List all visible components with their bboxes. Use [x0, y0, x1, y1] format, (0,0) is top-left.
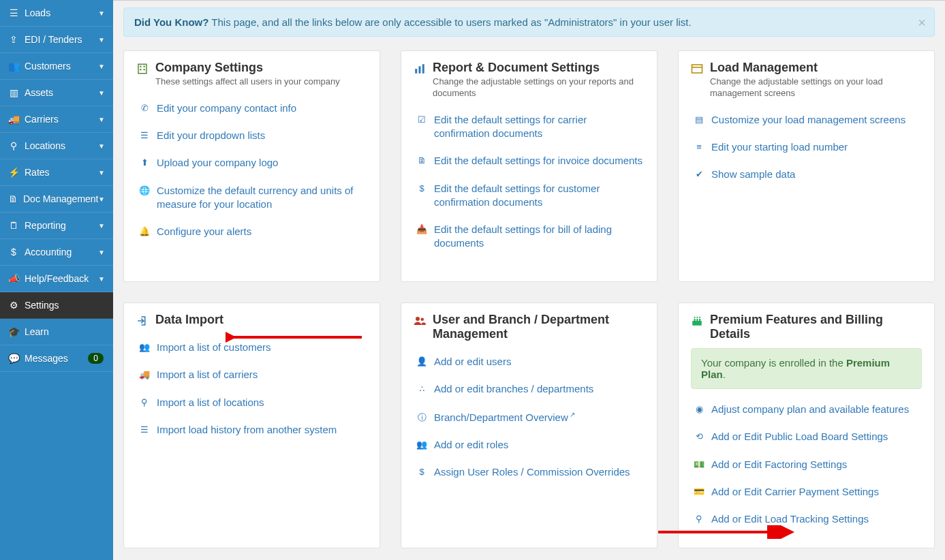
svg-rect-6: [419, 66, 421, 74]
list-icon: ☰: [8, 7, 19, 18]
sidebar-item-loads[interactable]: ☰Loads ▼: [0, 0, 113, 27]
numlist-icon: ≡: [694, 142, 704, 152]
link-import-load-history[interactable]: Import load history from another system: [157, 423, 337, 437]
sidebar-item-help[interactable]: 📣Help/Feedback ▼: [0, 266, 113, 292]
sidebar-label: Customers: [25, 61, 71, 72]
chevron-down-icon: ▼: [98, 63, 105, 70]
link-company-contact[interactable]: Edit your company contact info: [157, 102, 296, 115]
users-icon: 👥: [416, 439, 427, 450]
pin-icon: ⚲: [694, 514, 704, 524]
card-premium: Premium Features and Billing Details You…: [678, 302, 935, 548]
toggle-icon: ◉: [694, 404, 704, 414]
link-dropdowns[interactable]: Edit your dropdown lists: [157, 129, 265, 142]
pin-icon: ⚲: [8, 140, 19, 151]
card-company-settings: Company Settings These settings affect a…: [123, 50, 380, 282]
sidebar-label: Assets: [25, 87, 53, 98]
link-commission[interactable]: Assign User Roles / Commission Overrides: [434, 465, 630, 479]
sidebar-item-accounting[interactable]: $Accounting ▼: [0, 239, 113, 266]
chevron-down-icon: ▼: [98, 222, 105, 230]
card-title: Premium Features and Billing Details: [710, 313, 922, 341]
link-import-customers[interactable]: Import a list of customers: [157, 341, 271, 354]
sidebar-label: Loads: [25, 7, 50, 18]
card-links: ▤Customize your load management screens …: [691, 106, 922, 189]
alert-body: This page, and all the links below are o…: [211, 16, 691, 28]
link-bol[interactable]: Edit the default settings for bill of la…: [434, 223, 645, 251]
link-sample-data[interactable]: Show sample data: [711, 168, 795, 181]
link-customer-confirm[interactable]: Edit the default settings for customer c…: [434, 182, 645, 210]
users-icon: [414, 315, 426, 327]
link-start-load-number[interactable]: Edit your starting load number: [711, 140, 848, 154]
sidebar-label: Learn: [25, 326, 49, 337]
sidebar-item-learn[interactable]: 🎓Learn: [0, 319, 113, 345]
truck-icon: 🚚: [139, 369, 150, 379]
chevron-down-icon: ▼: [98, 142, 105, 150]
link-alerts[interactable]: Configure your alerts: [157, 225, 251, 238]
link-carrier-confirm[interactable]: Edit the default settings for carrier co…: [434, 113, 645, 141]
info-icon: ⓘ: [416, 411, 427, 424]
link-add-roles[interactable]: Add or edit roles: [434, 438, 508, 452]
link-adjust-plan[interactable]: Adjust company plan and available featur…: [711, 403, 909, 416]
card-subtitle: Change the adjustable settings on your r…: [433, 76, 645, 99]
svg-rect-4: [144, 69, 145, 70]
truck-icon: 🚚: [8, 114, 19, 125]
link-load-board[interactable]: Add or Edit Public Load Board Settings: [711, 430, 888, 444]
link-customize-screens[interactable]: Customize your load management screens: [711, 113, 905, 127]
link-load-tracking[interactable]: Add or Edit Load Tracking Settings: [711, 512, 869, 526]
link-invoice[interactable]: Edit the default settings for invoice do…: [434, 154, 642, 168]
sidebar: ☰Loads ▼ ⇪EDI / Tenders ▼ 👥Customers ▼ ▥…: [0, 0, 113, 560]
sidebar-item-locations[interactable]: ⚲Locations ▼: [0, 133, 113, 159]
card-links: 👥Import a list of customers 🚚Import a li…: [136, 334, 367, 444]
card-user-management: User and Branch / Department Management …: [401, 302, 657, 548]
bullhorn-icon: 📣: [8, 273, 19, 284]
inbox-icon: 📥: [416, 224, 427, 234]
svg-rect-1: [140, 66, 141, 67]
sidebar-item-settings[interactable]: ⚙Settings: [0, 292, 113, 319]
close-icon[interactable]: ×: [918, 15, 926, 31]
card-subtitle: Change the adjustable settings on your l…: [710, 76, 922, 99]
list-icon: ☰: [139, 130, 150, 140]
sidebar-item-doc-management[interactable]: 🗎Doc Management ▼: [0, 186, 113, 213]
sidebar-item-reporting[interactable]: 🗒Reporting ▼: [0, 213, 113, 239]
sidebar-item-edi[interactable]: ⇪EDI / Tenders ▼: [0, 27, 113, 53]
link-upload-logo[interactable]: Upload your company logo: [157, 156, 278, 170]
link-carrier-payment[interactable]: Add or Edit Carrier Payment Settings: [711, 485, 879, 499]
sidebar-item-rates[interactable]: ⚡Rates ▼: [0, 159, 113, 186]
sidebar-item-customers[interactable]: 👥Customers ▼: [0, 53, 113, 80]
svg-rect-8: [692, 65, 702, 73]
link-add-branches[interactable]: Add or edit branches / departments: [434, 382, 593, 396]
signin-icon: [136, 315, 149, 327]
sidebar-label: Rates: [25, 167, 50, 178]
sidebar-label: Reporting: [25, 220, 66, 231]
card-icon: 💳: [694, 486, 704, 497]
link-factoring[interactable]: Add or Edit Factoring Settings: [711, 458, 847, 471]
retweet-icon: ⟲: [694, 431, 704, 441]
building-icon: [136, 63, 149, 75]
chevron-down-icon: ▼: [98, 249, 105, 256]
link-currency-units[interactable]: Customize the default currency and units…: [157, 184, 367, 212]
link-add-users[interactable]: Add or edit users: [434, 355, 511, 369]
link-import-locations[interactable]: Import a list of locations: [157, 396, 264, 409]
sidebar-spacer: [0, 372, 113, 560]
sidebar-item-messages[interactable]: 💬Messages 0: [0, 345, 113, 372]
sidebar-label: Messages: [25, 353, 68, 364]
users-icon: 👥: [139, 342, 150, 352]
users-icon: 👥: [8, 61, 19, 72]
svg-point-11: [421, 318, 424, 322]
chevron-down-icon: ▼: [98, 89, 105, 97]
sidebar-item-carriers[interactable]: 🚚Carriers ▼: [0, 106, 113, 133]
card-links: ◉Adjust company plan and available featu…: [691, 396, 922, 533]
svg-point-15: [699, 317, 700, 318]
card-data-import: Data Import 👥Import a list of customers …: [123, 302, 380, 548]
link-import-carriers[interactable]: Import a list of carriers: [157, 368, 258, 382]
svg-rect-3: [140, 69, 141, 70]
export-icon: ⇪: [8, 34, 19, 45]
link-branch-overview[interactable]: Branch/Department Overview↗: [434, 410, 575, 424]
external-link-icon: ↗: [570, 411, 575, 418]
bar-chart-icon: [414, 63, 426, 75]
sidebar-label: Carriers: [25, 114, 59, 125]
chevron-down-icon: ▼: [98, 275, 105, 283]
check-icon: ☑: [416, 114, 427, 125]
layout-icon: ▤: [694, 114, 704, 125]
sidebar-item-assets[interactable]: ▥Assets ▼: [0, 80, 113, 106]
svg-rect-7: [422, 64, 424, 74]
